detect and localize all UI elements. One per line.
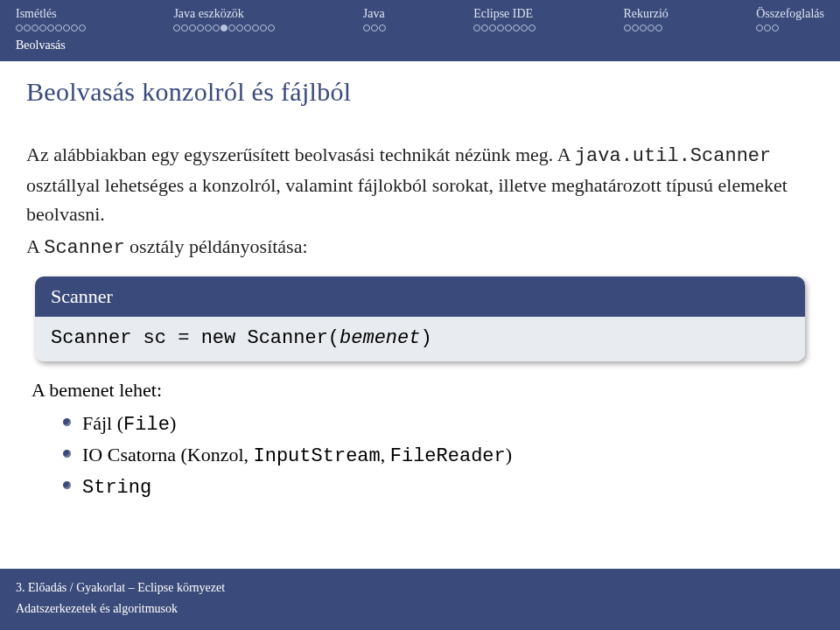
nav-item-label: Java eszközök <box>173 7 243 21</box>
code-box: Scanner Scanner sc = new Scanner(bemenet… <box>35 276 805 361</box>
nav-progress-dots <box>473 24 536 32</box>
progress-dot-icon <box>489 24 496 32</box>
nav-progress-dots <box>173 24 275 32</box>
nav-item-label: Rekurzió <box>624 7 668 21</box>
progress-dot-icon <box>624 24 631 32</box>
li1-tt2: FileReader <box>390 445 506 467</box>
nav-item[interactable]: Java <box>363 7 386 32</box>
progress-dot-icon <box>220 24 228 32</box>
progress-dot-icon <box>173 24 180 32</box>
nav-progress-dots <box>363 24 386 32</box>
progress-dot-icon <box>764 24 771 32</box>
progress-dot-icon <box>63 24 70 32</box>
li2-tt: String <box>82 477 151 499</box>
code-box-title: Scanner <box>35 276 805 317</box>
nav-progress-dots <box>756 24 779 32</box>
progress-dot-icon <box>228 24 235 32</box>
progress-dot-icon <box>505 24 512 32</box>
progress-dot-icon <box>55 24 62 32</box>
progress-dot-icon <box>71 24 78 32</box>
slide-footer: 3. Előadás / Gyakorlat – Eclipse környez… <box>0 569 840 630</box>
li1-tt1: InputStream <box>254 445 381 467</box>
para1-line-b-post: osztállyal lehetséges a konzolról, valam… <box>26 174 788 225</box>
progress-dot-icon <box>213 24 220 32</box>
para2-post: osztály példányosítása: <box>125 235 308 257</box>
scanner-fqcn: java.util.Scanner <box>575 145 771 167</box>
li1-mid: , <box>381 444 390 466</box>
nav-item[interactable]: Összefoglalás <box>756 7 824 32</box>
progress-dot-icon <box>181 24 188 32</box>
nav-progress-dots <box>624 24 662 32</box>
slide-title: Beolvasás konzolról és fájlból <box>26 77 814 107</box>
nav-progress-dots <box>16 24 86 32</box>
progress-dot-icon <box>363 24 370 32</box>
list-item: IO Csatorna (Konzol, InputStream, FileRe… <box>63 440 814 472</box>
list-intro: A bemenet lehet: <box>32 379 814 402</box>
progress-dot-icon <box>39 24 46 32</box>
progress-dot-icon <box>47 24 54 32</box>
nav-item-label: Összefoglalás <box>756 7 824 21</box>
nav-row: IsmétlésJava eszközökJavaEclipse IDEReku… <box>16 7 824 32</box>
slide-content: Beolvasás konzolról és fájlból Az alábbi… <box>0 61 840 503</box>
li0-b: ) <box>170 412 176 434</box>
progress-dot-icon <box>632 24 639 32</box>
nav-sub-label: Beolvasás <box>16 38 824 52</box>
progress-dot-icon <box>379 24 386 32</box>
nav-item[interactable]: Eclipse IDE <box>473 7 536 32</box>
para2-pre: A <box>26 235 44 257</box>
progress-dot-icon <box>189 24 196 32</box>
progress-dot-icon <box>481 24 488 32</box>
progress-dot-icon <box>16 24 23 32</box>
progress-dot-icon <box>79 24 86 32</box>
input-types-block: A bemenet lehet: Fájl (File) IO Csatorna… <box>26 379 814 503</box>
para1-line-a: Az alábbiakban egy egyszerűsített beolva… <box>26 144 553 165</box>
code-part-a: Scanner sc = new Scanner( <box>51 327 340 349</box>
input-types-list: Fájl (File) IO Csatorna (Konzol, InputSt… <box>63 409 814 503</box>
progress-dot-icon <box>756 24 763 32</box>
progress-dot-icon <box>513 24 520 32</box>
list-item: String <box>63 472 814 503</box>
progress-dot-icon <box>252 24 259 32</box>
nav-item[interactable]: Rekurzió <box>624 7 668 32</box>
progress-dot-icon <box>205 24 212 32</box>
paragraph-1: Az alábbiakban egy egyszerűsített beolva… <box>26 140 814 228</box>
footer-line-1: 3. Előadás / Gyakorlat – Eclipse környez… <box>16 578 824 598</box>
nav-item[interactable]: Java eszközök <box>173 7 275 32</box>
nav-item[interactable]: Ismétlés <box>16 7 86 32</box>
paragraph-2: A Scanner osztály példányosítása: <box>26 232 814 262</box>
progress-dot-icon <box>236 24 243 32</box>
progress-dot-icon <box>244 24 251 32</box>
li0-a: Fájl ( <box>82 412 123 434</box>
nav-item-label: Java <box>363 7 385 21</box>
code-part-b: ) <box>420 327 431 349</box>
progress-dot-icon <box>521 24 528 32</box>
progress-dot-icon <box>497 24 504 32</box>
para1-line-b-pre: A <box>557 144 575 165</box>
progress-dot-icon <box>648 24 654 32</box>
li1-a: IO Csatorna (Konzol, <box>82 444 254 466</box>
progress-dot-icon <box>640 24 647 32</box>
progress-dot-icon <box>528 24 536 32</box>
code-box-body: Scanner sc = new Scanner(bemenet) <box>35 317 805 361</box>
nav-item-label: Eclipse IDE <box>473 7 533 21</box>
slide-header: IsmétlésJava eszközökJavaEclipse IDEReku… <box>0 0 840 61</box>
scanner-class: Scanner <box>44 237 124 259</box>
footer-line-2: Adatszerkezetek és algoritmusok <box>16 598 824 620</box>
progress-dot-icon <box>371 24 378 32</box>
nav-item-label: Ismétlés <box>16 7 57 21</box>
progress-dot-icon <box>197 24 204 32</box>
progress-dot-icon <box>473 24 480 32</box>
progress-dot-icon <box>268 24 275 32</box>
progress-dot-icon <box>772 24 779 32</box>
li1-b: ) <box>506 444 512 466</box>
code-part-param: bemenet <box>340 327 420 349</box>
progress-dot-icon <box>32 24 38 32</box>
progress-dot-icon <box>24 24 31 32</box>
li0-tt: File <box>123 414 170 436</box>
progress-dot-icon <box>655 24 662 32</box>
progress-dot-icon <box>260 24 267 32</box>
list-item: Fájl (File) <box>63 409 814 440</box>
